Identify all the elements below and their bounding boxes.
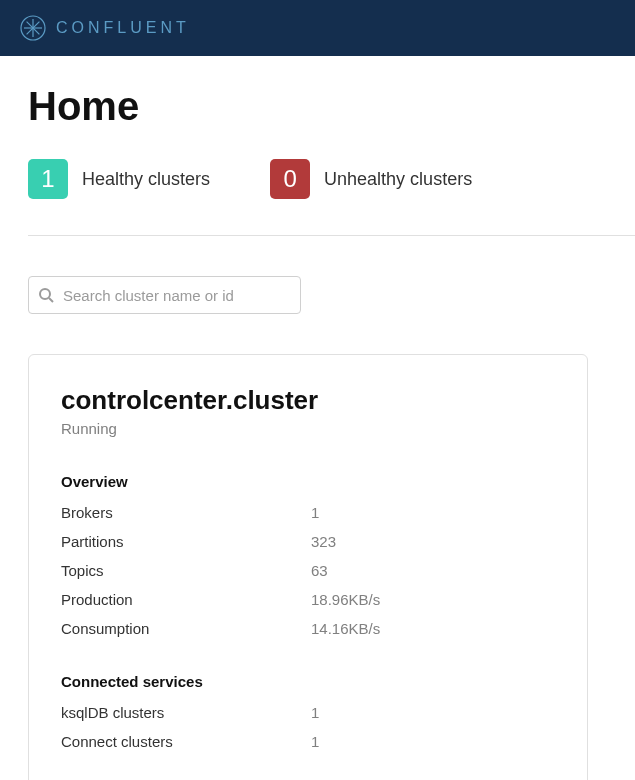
- topics-value: 63: [311, 562, 328, 579]
- brand-text: CONFLUENT: [56, 19, 190, 37]
- healthy-count-badge: 1: [28, 159, 68, 199]
- overview-heading: Overview: [61, 473, 555, 490]
- search-icon: [38, 287, 54, 303]
- app-header: CONFLUENT: [0, 0, 635, 56]
- metric-brokers: Brokers 1: [61, 504, 555, 521]
- production-label: Production: [61, 591, 311, 608]
- brokers-label: Brokers: [61, 504, 311, 521]
- consumption-label: Consumption: [61, 620, 311, 637]
- topics-label: Topics: [61, 562, 311, 579]
- divider: [28, 235, 635, 236]
- metric-partitions: Partitions 323: [61, 533, 555, 550]
- brokers-value: 1: [311, 504, 319, 521]
- brand-logo[interactable]: CONFLUENT: [20, 15, 190, 41]
- production-value: 18.96KB/s: [311, 591, 380, 608]
- search-container: [28, 276, 301, 314]
- unhealthy-clusters-stat[interactable]: 0 Unhealthy clusters: [270, 159, 472, 199]
- ksqldb-value: 1: [311, 704, 319, 721]
- healthy-label: Healthy clusters: [82, 169, 210, 190]
- page-title: Home: [28, 84, 607, 129]
- metric-consumption: Consumption 14.16KB/s: [61, 620, 555, 637]
- unhealthy-label: Unhealthy clusters: [324, 169, 472, 190]
- metric-ksqldb: ksqlDB clusters 1: [61, 704, 555, 721]
- ksqldb-label: ksqlDB clusters: [61, 704, 311, 721]
- connect-value: 1: [311, 733, 319, 750]
- partitions-label: Partitions: [61, 533, 311, 550]
- metric-connect: Connect clusters 1: [61, 733, 555, 750]
- unhealthy-count-badge: 0: [270, 159, 310, 199]
- consumption-value: 14.16KB/s: [311, 620, 380, 637]
- connected-services-heading: Connected services: [61, 673, 555, 690]
- search-input[interactable]: [28, 276, 301, 314]
- cluster-status-summary: 1 Healthy clusters 0 Unhealthy clusters: [28, 159, 607, 199]
- svg-line-6: [49, 298, 53, 302]
- main-content: Home 1 Healthy clusters 0 Unhealthy clus…: [0, 56, 635, 780]
- metric-topics: Topics 63: [61, 562, 555, 579]
- cluster-card[interactable]: controlcenter.cluster Running Overview B…: [28, 354, 588, 780]
- healthy-clusters-stat[interactable]: 1 Healthy clusters: [28, 159, 210, 199]
- cluster-status-text: Running: [61, 420, 555, 437]
- svg-point-5: [40, 289, 50, 299]
- partitions-value: 323: [311, 533, 336, 550]
- cluster-name: controlcenter.cluster: [61, 385, 555, 416]
- metric-production: Production 18.96KB/s: [61, 591, 555, 608]
- confluent-icon: [20, 15, 46, 41]
- connect-label: Connect clusters: [61, 733, 311, 750]
